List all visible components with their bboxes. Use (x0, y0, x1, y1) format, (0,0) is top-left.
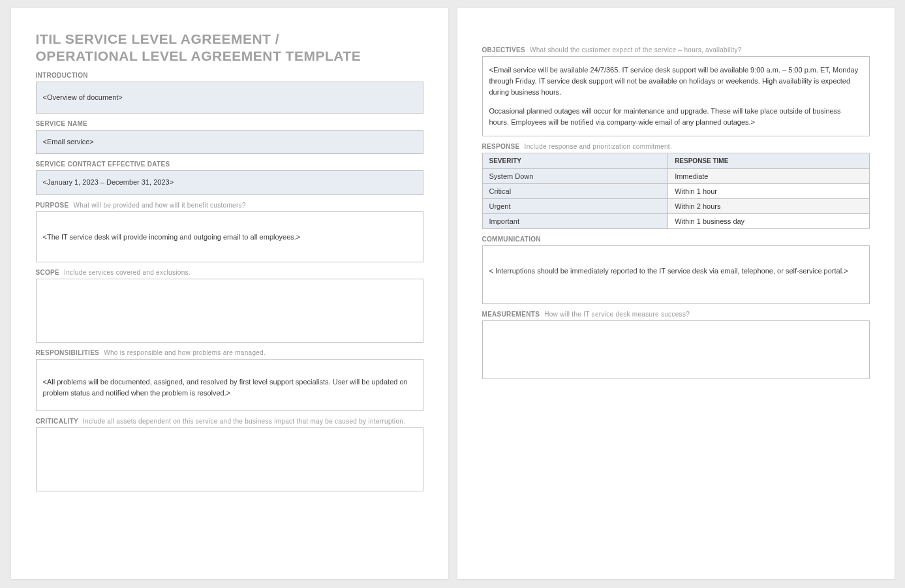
table-row: Critical Within 1 hour (482, 184, 869, 199)
scope-label: SCOPE Include services covered and exclu… (36, 269, 423, 276)
time-cell[interactable]: Within 1 business day (668, 214, 869, 229)
objectives-p1: <Email service will be available 24/7/36… (489, 65, 863, 98)
severity-cell[interactable]: Critical (482, 184, 668, 199)
criticality-hint: Include all assets dependent on this ser… (83, 418, 405, 425)
purpose-input[interactable]: <The IT service desk will provide incomi… (36, 211, 423, 262)
measurements-hint: How will the IT service desk measure suc… (544, 311, 690, 318)
service-name-label: SERVICE NAME (36, 120, 423, 127)
severity-cell[interactable]: Important (482, 214, 668, 229)
responsibilities-hint: Who is responsible and how problems are … (104, 349, 266, 356)
title-line-1: ITIL SERVICE LEVEL AGREEMENT / (36, 31, 280, 46)
purpose-hint: What will be provided and how will it be… (74, 202, 246, 209)
objectives-label: OBJECTIVES What should the customer expe… (482, 46, 870, 54)
time-cell[interactable]: Immediate (668, 169, 869, 184)
document-title: ITIL SERVICE LEVEL AGREEMENT / OPERATION… (36, 31, 423, 65)
time-cell[interactable]: Within 1 hour (668, 184, 869, 199)
document-page-2: OBJECTIVES What should the customer expe… (457, 8, 895, 579)
measurements-label: MEASUREMENTS How will the IT service des… (482, 311, 870, 318)
scope-hint: Include services covered and exclusions. (64, 269, 191, 276)
communication-input[interactable]: < Interruptions should be immediately re… (482, 245, 870, 304)
table-header-row: SEVERITY RESPONSE TIME (482, 153, 869, 169)
response-hint: Include response and prioritization comm… (525, 143, 672, 150)
introduction-label: INTRODUCTION (36, 72, 423, 79)
criticality-label: CRITICALITY Include all assets dependent… (36, 418, 423, 425)
introduction-input[interactable]: <Overview of document> (36, 82, 423, 114)
objectives-p2: Occasional planned outages will occur fo… (489, 106, 863, 128)
time-cell[interactable]: Within 2 hours (668, 199, 869, 214)
criticality-input[interactable] (36, 427, 423, 491)
effective-dates-input[interactable]: <January 1, 2023 – December 31, 2023> (36, 170, 423, 194)
responsibilities-label: RESPONSIBILITIES Who is responsible and … (36, 349, 423, 356)
response-label: RESPONSE Include response and prioritiza… (482, 143, 870, 150)
response-time-header: RESPONSE TIME (668, 153, 869, 169)
severity-header: SEVERITY (482, 153, 668, 169)
table-row: Important Within 1 business day (482, 214, 869, 229)
response-table: SEVERITY RESPONSE TIME System Down Immed… (482, 153, 870, 229)
service-name-input[interactable]: <Email service> (36, 130, 423, 154)
severity-cell[interactable]: Urgent (482, 199, 668, 214)
responsibilities-input[interactable]: <All problems will be documented, assign… (36, 359, 423, 411)
severity-cell[interactable]: System Down (482, 169, 668, 184)
scope-input[interactable] (36, 279, 423, 343)
purpose-label: PURPOSE What will be provided and how wi… (36, 202, 423, 209)
communication-label: COMMUNICATION (482, 236, 870, 243)
effective-dates-label: SERVICE CONTRACT EFFECTIVE DATES (36, 161, 423, 168)
document-page-1: ITIL SERVICE LEVEL AGREEMENT / OPERATION… (11, 8, 448, 579)
title-line-2: OPERATIONAL LEVEL AGREEMENT TEMPLATE (36, 48, 361, 63)
objectives-input[interactable]: <Email service will be available 24/7/36… (482, 56, 870, 136)
table-row: System Down Immediate (482, 169, 869, 184)
table-row: Urgent Within 2 hours (482, 199, 869, 214)
objectives-hint: What should the customer expect of the s… (530, 46, 742, 54)
measurements-input[interactable] (482, 320, 870, 379)
